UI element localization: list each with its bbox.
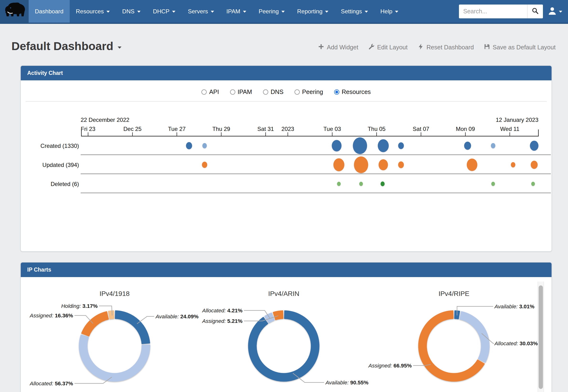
nav-item-dns[interactable]: DNS xyxy=(116,0,147,23)
action-label: Edit Layout xyxy=(377,44,408,51)
filter-radio-ipam[interactable]: IPAM xyxy=(230,88,252,95)
wrench-icon xyxy=(368,43,375,51)
activity-bubble xyxy=(530,141,539,151)
axis-tick-label: 2023 xyxy=(281,126,294,132)
ip-panel-header: IP Charts xyxy=(21,263,552,277)
action-label: Reset Dashboard xyxy=(426,44,474,51)
axis-context-end: 12 January 2023 xyxy=(496,117,539,123)
search-input[interactable] xyxy=(459,4,527,18)
donut-segment-allocated xyxy=(79,335,150,381)
axis-tick-label: Mon 09 xyxy=(456,126,475,132)
chevron-down-icon xyxy=(365,11,368,13)
activity-panel-title: Activity Chart xyxy=(27,70,63,76)
action-label: Add Widget xyxy=(327,44,358,51)
reset-dashboard-button[interactable]: Reset Dashboard xyxy=(418,43,474,51)
chevron-down-icon xyxy=(106,11,110,13)
search-button[interactable] xyxy=(527,4,543,18)
chevron-down-icon xyxy=(211,11,214,13)
axis-tick-label: Wed 11 xyxy=(500,126,520,132)
add-widget-button[interactable]: Add Widget xyxy=(318,43,358,51)
activity-bubble xyxy=(354,156,368,173)
ip-panel-scrollbar-track[interactable] xyxy=(538,282,544,392)
filter-label: API xyxy=(209,88,219,95)
nav-item-reporting[interactable]: Reporting xyxy=(291,0,335,23)
activity-bubble xyxy=(202,162,207,168)
donut-callout-allocated: Allocated: 4.21% xyxy=(202,308,243,314)
axis-tick-label: Sat 31 xyxy=(257,126,274,132)
activity-bubble xyxy=(333,158,344,171)
ip-panel-scrollbar-thumb[interactable] xyxy=(539,285,543,389)
donut-title: IPv4/RIPE xyxy=(438,290,469,297)
donut-callout-assigned: Assigned: 5.21% xyxy=(202,318,243,324)
user-menu[interactable] xyxy=(548,0,562,23)
nav-item-dashboard[interactable]: Dashboard xyxy=(29,0,70,23)
activity-bubble xyxy=(359,182,363,186)
activity-panel-header: Activity Chart xyxy=(21,66,552,80)
radio-icon xyxy=(230,89,235,95)
activity-bubble xyxy=(464,142,471,150)
search-icon xyxy=(532,7,539,15)
filter-radio-api[interactable]: API xyxy=(202,88,219,95)
activity-bubble xyxy=(491,182,495,186)
axis-tick-label: Tue 27 xyxy=(168,126,186,132)
nav-item-settings[interactable]: Settings xyxy=(335,0,374,23)
edit-layout-button[interactable]: Edit Layout xyxy=(368,43,408,51)
axis-tick-label: Thu 05 xyxy=(368,126,386,132)
radio-icon xyxy=(263,89,268,95)
chevron-down-icon xyxy=(243,11,246,13)
radio-icon xyxy=(294,89,300,95)
nav-item-label: Reporting xyxy=(297,8,322,15)
dashboard-actions: Add WidgetEdit LayoutReset DashboardSave… xyxy=(318,43,556,51)
save-icon xyxy=(484,43,490,51)
nav-item-label: Servers xyxy=(188,8,208,15)
page-title-text: Default Dashboard xyxy=(12,40,113,53)
ip-donut-charts: IPv4/1918Available: 24.09%Allocated: 56.… xyxy=(21,277,552,392)
filter-radio-resources[interactable]: Resources xyxy=(334,88,371,95)
activity-bubble xyxy=(467,159,477,171)
axis-tick-label: Dec 25 xyxy=(123,126,142,132)
radio-icon xyxy=(334,89,339,95)
app-logo[interactable] xyxy=(0,0,29,23)
nav-item-label: Resources xyxy=(76,8,104,15)
nav-item-ipam[interactable]: IPAM xyxy=(220,0,252,23)
activity-bubble xyxy=(398,161,404,168)
activity-bubble-timeline: 22 December 202212 January 2023Fri 23Dec… xyxy=(21,112,552,203)
donut-title: IPv4/ARIN xyxy=(268,290,300,297)
activity-bubble xyxy=(531,161,538,169)
filter-label: Resources xyxy=(342,88,371,95)
nav-item-label: IPAM xyxy=(226,8,240,15)
mammoth-logo-icon xyxy=(2,0,27,23)
page-title[interactable]: Default Dashboard xyxy=(12,40,121,53)
donut-callout-available: Available: 3.01% xyxy=(494,304,534,309)
plus-icon xyxy=(318,43,324,51)
action-label: Save as Default Layout xyxy=(493,44,556,51)
radio-icon xyxy=(202,89,207,95)
activity-bubble xyxy=(202,143,207,148)
donut-segment-available xyxy=(115,311,150,344)
axis-context-start: 22 December 2022 xyxy=(81,117,129,123)
donut-callout-allocated: Allocated: 56.37% xyxy=(29,380,73,387)
navbar-search xyxy=(459,0,543,23)
activity-chart-panel: Activity Chart APIIPAMDNSPeeringResource… xyxy=(21,66,552,252)
donut-segment-allocated xyxy=(460,311,489,362)
filter-radio-dns[interactable]: DNS xyxy=(263,88,284,95)
row-label: Deleted (6) xyxy=(51,181,79,187)
axis-tick-label: Fri 23 xyxy=(81,126,95,132)
nav-item-servers[interactable]: Servers xyxy=(182,0,220,23)
nav-item-dhcp[interactable]: DHCP xyxy=(147,0,182,23)
chevron-down-icon xyxy=(395,11,398,13)
main-menu: DashboardResourcesDNSDHCPServersIPAMPeer… xyxy=(29,0,405,23)
nav-item-label: DNS xyxy=(122,8,135,15)
nav-item-peering[interactable]: Peering xyxy=(252,0,291,23)
save-as-default-layout-button[interactable]: Save as Default Layout xyxy=(484,43,556,51)
filter-radio-peering[interactable]: Peering xyxy=(294,88,323,95)
nav-item-resources[interactable]: Resources xyxy=(70,0,116,23)
donut-callout-assigned: Assigned: 16.36% xyxy=(29,313,73,319)
activity-bubble xyxy=(511,162,515,168)
activity-bubble xyxy=(378,139,389,152)
donut-segment-available xyxy=(248,311,319,381)
nav-item-help[interactable]: Help xyxy=(374,0,405,23)
filters-separator xyxy=(26,101,547,102)
activity-filter-group: APIIPAMDNSPeeringResources xyxy=(21,88,552,95)
nav-item-label: Dashboard xyxy=(35,8,63,15)
